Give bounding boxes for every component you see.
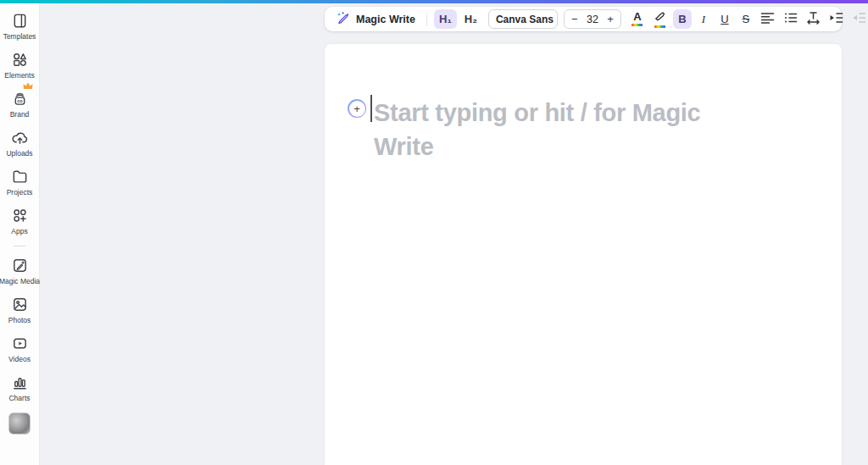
font-size-stepper: − 32 + [564,9,621,29]
font-family-select[interactable]: Canva Sans [488,9,558,29]
sidebar-item-label: Videos [8,355,31,363]
indent-button[interactable] [826,9,847,29]
align-left-icon [760,12,775,27]
font-size-value[interactable]: 32 [587,14,598,25]
bullet-list-icon [784,12,798,26]
bullet-list-button[interactable] [781,9,801,29]
indent-icon [829,12,843,26]
add-block-button[interactable]: + [348,99,366,118]
projects-icon [11,168,29,185]
outdent-icon [852,12,866,26]
templates-icon [11,12,29,30]
letter-spacing-button[interactable] [804,9,824,29]
sidebar-item-label: Projects [7,188,33,197]
magic-write-label: Magic Write [356,14,415,25]
elements-icon [11,51,29,69]
magic-media-icon [11,257,29,274]
sidebar-item-videos[interactable]: Videos [0,335,40,363]
text-color-button[interactable]: A [627,9,648,29]
videos-icon [11,335,29,352]
uploads-icon [11,129,29,147]
sidebar-item-charts[interactable]: Charts [0,374,40,402]
plus-icon: + [349,101,365,117]
sidebar-item-brand[interactable]: co Brand [0,90,40,119]
sidebar-divider [14,246,25,246]
document-page[interactable]: + Start typing or hit / for Magic Write [325,44,842,465]
underline-button[interactable]: U [715,9,734,29]
toolbar-divider [426,13,427,26]
sidebar-item-label: Apps [11,227,27,235]
sidebar-item-label: Magic Media [0,277,40,285]
bold-button[interactable]: B [673,9,692,29]
highlight-button[interactable] [650,9,670,29]
outdent-button[interactable] [849,9,868,29]
letter-spacing-icon [806,11,821,27]
highlight-icon [654,11,666,24]
sidebar-item-templates[interactable]: Templates [0,12,40,41]
text-toolbar: Magic Write H₁ H₂ Canva Sans − 32 + A B … [325,7,842,31]
svg-text:co: co [17,98,23,103]
sidebar: Templates Elements co Brand [0,3,40,465]
brand-gradient-bar [0,0,868,3]
bottom-app-thumbnail[interactable] [8,412,31,435]
decrease-font-size-button[interactable]: − [571,13,578,25]
sidebar-item-label: Elements [4,71,34,80]
sidebar-item-projects[interactable]: Projects [0,168,40,197]
sidebar-item-magic-media[interactable]: Magic Media [0,257,40,285]
align-button[interactable] [758,9,778,29]
sidebar-item-elements[interactable]: Elements [0,51,40,80]
italic-button[interactable]: I [694,9,713,29]
sidebar-item-label: Uploads [6,149,32,158]
strikethrough-button[interactable]: S [737,9,755,29]
charts-icon [11,374,29,391]
sidebar-item-uploads[interactable]: Uploads [0,129,40,158]
heading1-button[interactable]: H₁ [434,9,457,29]
sidebar-item-label: Brand [10,110,30,119]
crown-icon [23,82,33,90]
apps-icon [11,207,29,224]
sidebar-item-label: Templates [3,32,36,41]
canvas-background-strip [842,3,868,465]
sidebar-item-photos[interactable]: Photos [0,296,40,324]
rainbow-bar [632,24,643,26]
placeholder-line-1: Start typing or hit / for Magic [374,96,700,130]
photos-icon [11,296,29,313]
placeholder-line-2: Write [374,130,700,163]
editor-placeholder: Start typing or hit / for Magic Write [374,96,700,163]
sidebar-item-label: Charts [8,394,30,402]
rainbow-bar [654,25,665,28]
increase-font-size-button[interactable]: + [607,13,614,25]
magic-write-button[interactable]: Magic Write [332,9,420,29]
brand-icon: co [11,90,29,108]
text-color-icon: A [633,12,641,22]
text-cursor [370,95,372,122]
heading2-button[interactable]: H₂ [459,9,482,29]
magic-write-pen-icon [337,11,351,28]
sidebar-item-label: Photos [8,316,31,324]
sidebar-item-apps[interactable]: Apps [0,207,40,235]
